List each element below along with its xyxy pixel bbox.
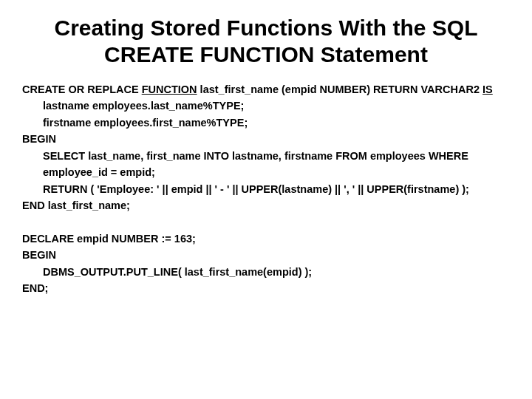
- code-line: lastname employees.last_name%TYPE;: [22, 98, 510, 114]
- code-line: BEGIN: [22, 247, 510, 263]
- code-keyword-underline: IS: [482, 83, 493, 95]
- code-line: SELECT last_name, first_name INTO lastna…: [22, 148, 510, 164]
- code-block-function-def: CREATE OR REPLACE FUNCTION last_first_na…: [22, 81, 510, 214]
- code-line: BEGIN: [22, 131, 510, 147]
- code-line: firstname employees.first_name%TYPE;: [22, 115, 510, 131]
- code-line: DBMS_OUTPUT.PUT_LINE( last_first_name(em…: [22, 264, 510, 280]
- code-line: END;: [22, 280, 510, 296]
- spacer: [22, 214, 510, 231]
- code-line: CREATE OR REPLACE FUNCTION last_first_na…: [22, 81, 510, 98]
- code-line: RETURN ( 'Employee: ' || empid || ' - ' …: [22, 181, 510, 197]
- code-text: CREATE OR REPLACE: [22, 83, 142, 95]
- slide: Creating Stored Functions With the SQL C…: [0, 0, 532, 319]
- code-text: last_first_name (empid NUMBER) RETURN VA…: [197, 83, 482, 95]
- code-line: END last_first_name;: [22, 197, 510, 214]
- code-block-usage: DECLARE empid NUMBER := 163; BEGIN DBMS_…: [22, 231, 510, 297]
- code-line: DECLARE empid NUMBER := 163;: [22, 231, 510, 247]
- code-keyword-underline: FUNCTION: [142, 83, 197, 95]
- code-line: employee_id = empid;: [22, 164, 510, 180]
- slide-title: Creating Stored Functions With the SQL C…: [22, 15, 510, 68]
